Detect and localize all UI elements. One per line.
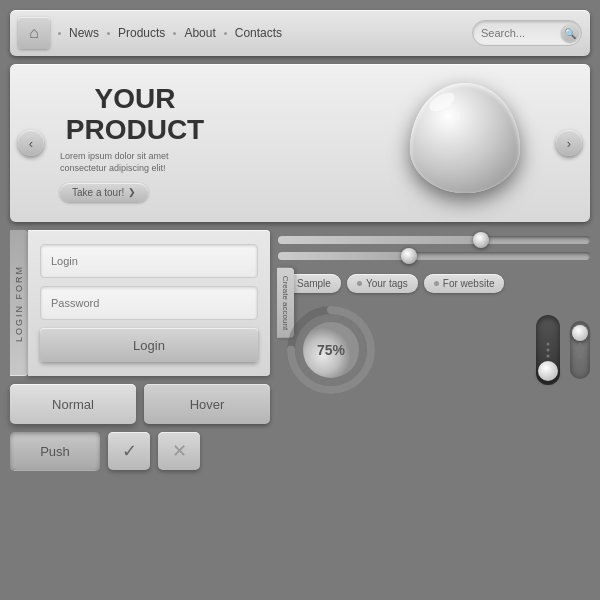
home-icon: ⌂ (29, 24, 39, 42)
slider-fill-1 (278, 236, 481, 244)
tag-dot-2 (357, 281, 362, 286)
toggle-1[interactable] (536, 315, 560, 385)
login-panel: LOGIN FORM Login Create account (10, 230, 270, 376)
hero-title: YOUR PRODUCT (60, 84, 210, 146)
navbar: ⌂ News Products About Contacts 🔍 (10, 10, 590, 56)
slider-row-1 (278, 236, 590, 244)
push-button[interactable]: Push (10, 432, 100, 470)
hero-subtitle: Lorem ipsum dolor sit amet consectetur a… (60, 150, 210, 175)
toggle-2-dots (579, 343, 582, 358)
hero-cta-button[interactable]: Take a tour! ❯ (60, 183, 148, 202)
hero-next-button[interactable]: › (556, 130, 582, 156)
hero-text-block: YOUR PRODUCT Lorem ipsum dolor sit amet … (60, 84, 210, 202)
progress-label: 75% (317, 342, 345, 358)
vdot-6 (579, 355, 582, 358)
toggle-2[interactable] (570, 321, 590, 379)
circular-progress: 75% (286, 305, 376, 395)
search-button[interactable]: 🔍 (561, 24, 579, 42)
nav-about[interactable]: About (184, 26, 215, 40)
toggles-section (536, 315, 590, 385)
vdot-1 (547, 343, 550, 346)
all-bottom: LOGIN FORM Login Create account Normal H… (10, 230, 590, 470)
search-icon: 🔍 (564, 28, 576, 39)
hover-button[interactable]: Hover (144, 384, 270, 424)
vdot-2 (547, 349, 550, 352)
password-input[interactable] (40, 286, 258, 320)
tags-row: Sample Your tags For website (278, 274, 590, 293)
toggle-1-knob (538, 361, 558, 381)
slider-thumb-1[interactable] (473, 232, 489, 248)
home-button[interactable]: ⌂ (18, 17, 50, 49)
vdot-4 (579, 343, 582, 346)
nav-contacts[interactable]: Contacts (235, 26, 282, 40)
slider-track-1[interactable] (278, 236, 590, 244)
login-button[interactable]: Login (40, 328, 258, 362)
vdot-3 (547, 355, 550, 358)
login-form-inner: Login Create account (28, 230, 270, 376)
product-image (410, 83, 530, 203)
username-input[interactable] (40, 244, 258, 278)
x-button[interactable]: ✕ (158, 432, 200, 470)
tag-yours[interactable]: Your tags (347, 274, 418, 293)
search-input[interactable] (481, 27, 561, 39)
slider-row-2 (278, 252, 590, 260)
hero-banner: ‹ YOUR PRODUCT Lorem ipsum dolor sit ame… (10, 64, 590, 222)
buttons-push-check-x: Push ✓ ✕ (10, 432, 270, 470)
tag-website[interactable]: For website (424, 274, 505, 293)
nav-separator-1 (58, 32, 61, 35)
hero-prev-button[interactable]: ‹ (18, 130, 44, 156)
nav-news[interactable]: News (69, 26, 99, 40)
toggle-2-knob (572, 325, 588, 341)
slider-fill-2 (278, 252, 409, 260)
buttons-normal-hover: Normal Hover (10, 384, 270, 424)
check-button[interactable]: ✓ (108, 432, 150, 470)
nav-separator-4 (224, 32, 227, 35)
cta-arrow-icon: ❯ (128, 187, 136, 197)
right-controls: Sample Your tags For website (278, 230, 590, 470)
slider-thumb-2[interactable] (401, 248, 417, 264)
tag-dot-3 (434, 281, 439, 286)
login-form-label: LOGIN FORM (10, 230, 28, 376)
nav-products[interactable]: Products (118, 26, 165, 40)
left-controls: LOGIN FORM Login Create account Normal H… (10, 230, 270, 470)
sliders-section (278, 230, 590, 266)
slider-track-2[interactable] (278, 252, 590, 260)
search-box: 🔍 (472, 20, 582, 46)
vdot-5 (579, 349, 582, 352)
nav-separator-3 (173, 32, 176, 35)
nav-separator-2 (107, 32, 110, 35)
product-egg-shape (410, 83, 520, 193)
toggle-1-dots (547, 343, 550, 358)
normal-button[interactable]: Normal (10, 384, 136, 424)
